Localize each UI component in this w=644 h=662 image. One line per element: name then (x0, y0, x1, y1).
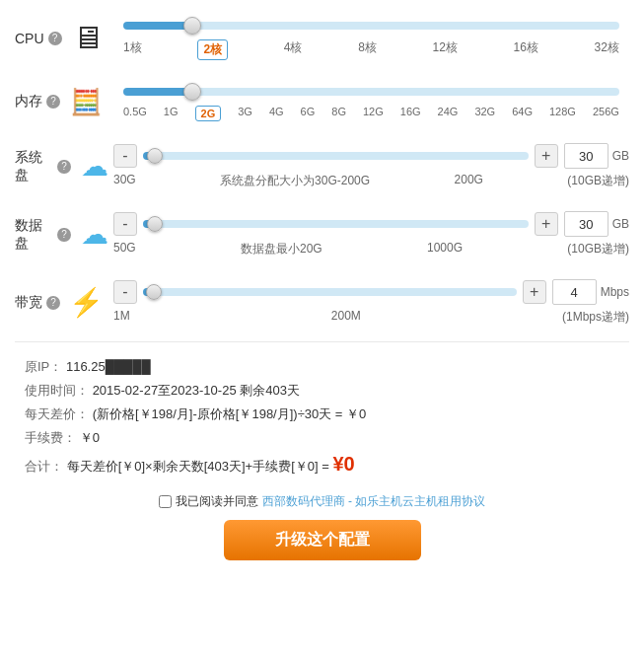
memory-slider-track[interactable] (123, 82, 619, 102)
data-disk-min-label: 50G (113, 241, 136, 257)
system-disk-slider-row: - + GB (113, 143, 629, 169)
memory-option-6g[interactable]: 6G (301, 106, 316, 121)
cpu-option-4core[interactable]: 4核 (284, 39, 303, 60)
memory-option-32g[interactable]: 32G (474, 106, 495, 121)
data-disk-value-input[interactable] (564, 211, 608, 237)
cpu-option-12core[interactable]: 12核 (433, 39, 458, 60)
data-disk-help-icon[interactable]: ? (57, 228, 70, 242)
service-fee-label: 手续费： (25, 430, 76, 445)
bandwidth-step-label: (1Mbps递增) (562, 309, 629, 326)
cpu-slider-container: 1核 2核 4核 8核 12核 16核 32核 (113, 16, 629, 60)
data-disk-plus-button[interactable]: + (535, 212, 558, 236)
data-disk-control: - + GB 50G 数据盘最小20G 1000G (10GB递增) (113, 211, 629, 257)
system-disk-value-input[interactable] (564, 143, 608, 169)
agreement-row: 我已阅读并同意 西部数码代理商 - 如乐主机云主机租用协议 (15, 493, 629, 510)
bandwidth-min-label: 1M (113, 309, 130, 326)
system-disk-info-row: 30G 系统盘分配大小为30G-200G 200G (10GB递增) (113, 173, 629, 189)
data-disk-unit: GB (612, 217, 629, 231)
cpu-option-32core[interactable]: 32核 (595, 39, 619, 60)
memory-option-12g[interactable]: 12G (363, 106, 384, 121)
data-disk-minus-button[interactable]: - (113, 212, 137, 236)
service-fee-value: ￥0 (80, 430, 100, 445)
daily-diff-label: 每天差价： (25, 406, 89, 421)
data-disk-slider-thumb[interactable] (147, 216, 163, 232)
service-fee-row: 手续费： ￥0 (15, 429, 629, 447)
data-disk-label: 数据盘 (15, 217, 53, 253)
cpu-row: CPU ? 🖥 1核 2核 4核 8核 12核 16核 32核 (15, 10, 629, 66)
system-disk-step-label: (10GB递增) (567, 173, 629, 189)
memory-slider-labels: 0.5G 1G 2G 3G 4G 6G 8G 12G 16G 24G 32G 6… (123, 106, 619, 121)
bandwidth-slider-thumb[interactable] (146, 284, 162, 300)
cpu-slider-thumb[interactable] (183, 17, 201, 35)
memory-option-256g[interactable]: 256G (593, 106, 619, 121)
cpu-icon: 🖥 (72, 20, 104, 56)
memory-slider-rail[interactable] (123, 88, 619, 96)
memory-option-64g[interactable]: 64G (512, 106, 533, 121)
cpu-option-1core[interactable]: 1核 (123, 39, 142, 60)
system-disk-min-label: 30G (113, 173, 136, 189)
bandwidth-label-group: 带宽 ? ⚡ (15, 283, 113, 323)
memory-slider-thumb[interactable] (183, 83, 201, 101)
system-disk-slider-rail[interactable] (143, 152, 529, 160)
memory-option-4g[interactable]: 4G (269, 106, 284, 121)
memory-option-2g[interactable]: 2G (195, 106, 222, 121)
usage-value: 2015-02-27至2023-10-25 剩余403天 (93, 383, 300, 398)
memory-option-128g[interactable]: 128G (549, 106, 576, 121)
system-disk-value-box: GB (564, 143, 629, 169)
system-disk-plus-button[interactable]: + (535, 144, 558, 168)
system-disk-unit: GB (612, 149, 629, 163)
data-disk-max-label: 1000G (427, 241, 463, 257)
cpu-help-icon[interactable]: ? (48, 32, 62, 45)
system-disk-icon-container: ☁ (77, 147, 114, 186)
daily-diff-row: 每天差价： (新价格[￥198/月]-原价格[￥198/月])÷30天 = ￥0 (15, 405, 629, 423)
bandwidth-slider-rail[interactable] (143, 288, 517, 296)
ip-label: 原IP： (25, 359, 62, 374)
info-section: 原IP： 116.25█████ 使用时间： 2015-02-27至2023-1… (15, 350, 629, 483)
cpu-slider-rail[interactable] (123, 22, 619, 30)
cpu-option-8core[interactable]: 8核 (358, 39, 377, 60)
data-disk-desc: 数据盘最小20G (241, 241, 322, 257)
memory-option-24g[interactable]: 24G (438, 106, 459, 121)
daily-diff-value: (新价格[￥198/月]-原价格[￥198/月])÷30天 = ￥0 (93, 406, 367, 421)
system-disk-control: - + GB 30G 系统盘分配大小为30G-200G 200G (10GB递增… (113, 143, 629, 189)
cpu-label-group: CPU ? 🖥 (15, 19, 113, 58)
agreement-text: 我已阅读并同意 (176, 493, 258, 510)
agreement-checkbox[interactable] (159, 495, 172, 508)
data-disk-label-group: 数据盘 ? ☁ (15, 215, 113, 255)
system-disk-slider-thumb[interactable] (147, 148, 163, 164)
memory-option-8g[interactable]: 8G (331, 106, 346, 121)
memory-option-1g[interactable]: 1G (164, 106, 179, 121)
memory-option-3g[interactable]: 3G (238, 106, 252, 121)
system-disk-help-icon[interactable]: ? (57, 160, 70, 174)
total-formula: 每天差价[￥0]×剩余天数[403天]+手续费[￥0] = (67, 459, 333, 474)
memory-icon-container: 🧮 (66, 82, 106, 121)
bandwidth-max-label: 200M (331, 309, 361, 326)
data-disk-info-row: 50G 数据盘最小20G 1000G (10GB递增) (113, 241, 629, 257)
bandwidth-plus-button[interactable]: + (523, 280, 546, 304)
bandwidth-unit: Mbps (601, 285, 629, 299)
cpu-option-16core[interactable]: 16核 (514, 39, 538, 60)
usage-label: 使用时间： (25, 383, 89, 398)
bandwidth-value-box: Mbps (552, 279, 629, 305)
bandwidth-help-icon[interactable]: ? (46, 296, 60, 310)
cpu-icon-container: 🖥 (68, 19, 107, 58)
system-disk-icon: ☁ (81, 150, 108, 183)
memory-option-05g[interactable]: 0.5G (123, 106, 147, 121)
cpu-slider-track[interactable] (123, 16, 619, 36)
system-disk-max-label: 200G (455, 173, 483, 189)
memory-slider-container: 0.5G 1G 2G 3G 4G 6G 8G 12G 16G 24G 32G 6… (113, 82, 629, 121)
system-disk-minus-button[interactable]: - (113, 144, 137, 168)
memory-option-16g[interactable]: 16G (400, 106, 421, 121)
memory-help-icon[interactable]: ? (46, 95, 60, 109)
total-value: ¥0 (332, 453, 354, 475)
data-disk-slider-rail[interactable] (143, 220, 529, 228)
agreement-link[interactable]: 西部数码代理商 - 如乐主机云主机租用协议 (262, 493, 486, 510)
bandwidth-icon-container: ⚡ (66, 283, 106, 323)
bandwidth-value-input[interactable] (552, 279, 597, 305)
memory-label: 内存 (15, 93, 42, 110)
bandwidth-minus-button[interactable]: - (113, 280, 137, 304)
bandwidth-label: 带宽 (15, 294, 42, 312)
upgrade-button[interactable]: 升级这个配置 (224, 520, 421, 560)
cpu-option-2core[interactable]: 2核 (197, 39, 228, 60)
data-disk-value-box: GB (564, 211, 629, 237)
